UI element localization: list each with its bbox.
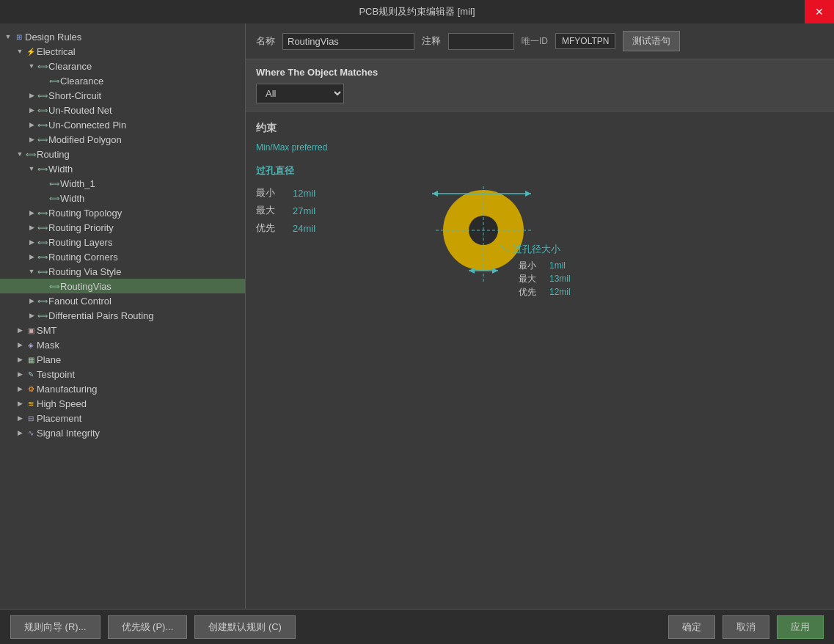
tree-item-differential-pairs[interactable]: ▶ ⟺ Differential Pairs Routing (0, 308, 245, 323)
rule-icon-clearance-group: ⟺ (37, 60, 48, 72)
expand-plane[interactable]: ▶ (15, 354, 25, 365)
bottom-bar: 规则向导 (R)... 优先级 (P)... 创建默认规则 (C) 确定 取消 … (0, 609, 834, 644)
expand-clearance-group[interactable]: ▼ (26, 61, 37, 71)
title-bar: PCB规则及约束编辑器 [mil] ✕ (0, 0, 834, 23)
apply-button[interactable]: 应用 (777, 615, 824, 639)
hole-preferred-value: 12mil (549, 287, 571, 296)
expand-un-connected-pin[interactable]: ▶ (26, 120, 37, 130)
constraint-title: 约束 (256, 122, 824, 135)
tree-item-width[interactable]: ▶ ⟺ Width (0, 191, 245, 205)
expand-short-circuit[interactable]: ▶ (26, 90, 37, 100)
rule-icon-clearance-item: ⟺ (48, 75, 60, 87)
hole-preferred-label: 优先 (519, 287, 536, 296)
expand-routing-corners[interactable]: ▶ (26, 252, 37, 262)
expand-design-rules[interactable]: ▼ (3, 32, 13, 42)
tree-item-routing[interactable]: ▼ ⟺ Routing (0, 147, 245, 161)
tree-item-routing-via-style[interactable]: ▼ ⟺ Routing Via Style (0, 264, 245, 279)
expand-un-routed-net[interactable]: ▶ (26, 105, 37, 115)
main-container: ▼ ⊞ Design Rules ▼ ⚡ Electrical ▼ ⟺ Clea… (0, 23, 834, 609)
tree-item-modified-polygon[interactable]: ▶ ⟺ Modified Polygon (0, 132, 245, 147)
rule-icon-un-routed-net: ⟺ (37, 104, 48, 116)
rule-icon-routing-layers: ⟺ (37, 236, 48, 248)
rule-icon-testpoint: ✎ (25, 368, 37, 380)
tree-item-high-speed[interactable]: ▶ ≋ High Speed (0, 396, 245, 411)
preferred-label: Min/Max preferred (256, 142, 824, 153)
tree-item-clearance-group[interactable]: ▼ ⟺ Clearance (0, 59, 245, 73)
tree-item-electrical[interactable]: ▼ ⚡ Electrical (0, 44, 245, 59)
expand-differential-pairs[interactable]: ▶ (26, 310, 37, 321)
where-title: Where The Object Matches (256, 67, 824, 78)
rule-icon-width-1: ⟺ (48, 178, 60, 189)
via-diameter-max-row: 最大 27mil (256, 204, 373, 217)
expand-routing-via-style[interactable]: ▼ (26, 266, 37, 277)
cancel-button[interactable]: 取消 (723, 615, 769, 639)
via-diameter-min-value: 12mil (293, 188, 315, 199)
expand-width-group[interactable]: ▼ (26, 164, 37, 174)
comment-input[interactable] (448, 33, 514, 50)
expand-manufacturing[interactable]: ▶ (15, 384, 25, 394)
tree-item-width-group[interactable]: ▼ ⟺ Width (0, 161, 245, 176)
expand-high-speed[interactable]: ▶ (15, 398, 25, 409)
diameter-arrow-left (432, 191, 438, 197)
tree-item-routing-vias[interactable]: ▶ ⟺ RoutingVias (0, 279, 245, 293)
rule-icon-routing-vias: ⟺ (48, 280, 60, 292)
window-title: PCB规则及约束编辑器 [mil] (359, 5, 475, 18)
expand-testpoint[interactable]: ▶ (15, 369, 25, 379)
tree-item-routing-layers[interactable]: ▶ ⟺ Routing Layers (0, 235, 245, 249)
tree-item-routing-topology[interactable]: ▶ ⟺ Routing Topology (0, 205, 245, 220)
max-label-1: 最大 (256, 204, 285, 217)
where-dropdown[interactable]: All (256, 84, 344, 103)
expand-routing-priority[interactable]: ▶ (26, 222, 37, 233)
expand-routing-topology[interactable]: ▶ (26, 208, 37, 218)
test-button[interactable]: 测试语句 (623, 31, 680, 51)
where-section: Where The Object Matches All (246, 59, 834, 111)
expand-mask[interactable]: ▶ (15, 340, 25, 350)
rule-icon-fanout-control: ⟺ (37, 295, 48, 307)
tree-item-mask[interactable]: ▶ ◈ Mask (0, 337, 245, 352)
create-default-button[interactable]: 创建默认规则 (C) (194, 615, 296, 639)
tree-item-routing-priority[interactable]: ▶ ⟺ Routing Priority (0, 220, 245, 235)
tree-item-signal-integrity[interactable]: ▶ ∿ Signal Integrity (0, 425, 245, 440)
hole-max-label: 最大 (519, 274, 536, 284)
expand-routing[interactable]: ▼ (15, 149, 25, 159)
expand-smt[interactable]: ▶ (15, 325, 25, 335)
tree-item-un-connected-pin[interactable]: ▶ ⟺ Un-Connected Pin (0, 117, 245, 132)
rule-icon-plane: ▦ (25, 354, 37, 365)
unique-id-label: 唯一ID (522, 35, 548, 48)
bolt-icon: ⚡ (25, 45, 37, 57)
tree-item-smt[interactable]: ▶ ▣ SMT (0, 323, 245, 337)
rule-icon-manufacturing: ⚙ (25, 383, 37, 395)
grid-icon: ⊞ (13, 31, 25, 43)
expand-placement[interactable]: ▶ (15, 413, 25, 423)
expand-modified-polygon[interactable]: ▶ (26, 134, 37, 144)
tree-item-placement[interactable]: ▶ ⊟ Placement (0, 411, 245, 425)
tree-item-plane[interactable]: ▶ ▦ Plane (0, 352, 245, 367)
tree-item-fanout-control[interactable]: ▶ ⟺ Fanout Control (0, 293, 245, 308)
rules-wizard-button[interactable]: 规则向导 (R)... (10, 615, 100, 639)
diameter-arrow-right (525, 191, 531, 197)
rule-icon-mask: ◈ (25, 339, 37, 351)
tree-item-un-routed-net[interactable]: ▶ ⟺ Un-Routed Net (0, 103, 245, 117)
priority-button[interactable]: 优先级 (P)... (108, 615, 188, 639)
rule-icon-un-connected-pin: ⟺ (37, 119, 48, 131)
hole-max-value: 13mil (549, 274, 571, 284)
tree-item-clearance-item[interactable]: ▶ ⟺ Clearance (0, 73, 245, 88)
expand-electrical[interactable]: ▼ (15, 46, 25, 56)
right-panel: 名称 注释 唯一ID MFYOLTPN 测试语句 Where The Objec… (246, 23, 834, 609)
ok-button[interactable]: 确定 (668, 615, 715, 639)
close-button[interactable]: ✕ (805, 0, 834, 23)
tree-item-width-1[interactable]: ▶ ⟺ Width_1 (0, 176, 245, 191)
rule-icon-differential-pairs: ⟺ (37, 310, 48, 321)
rule-icon-routing-corners: ⟺ (37, 251, 48, 263)
tree-item-testpoint[interactable]: ▶ ✎ Testpoint (0, 367, 245, 381)
unique-id-value: MFYOLTPN (555, 33, 615, 49)
tree-item-short-circuit[interactable]: ▶ ⟺ Short-Circuit (0, 88, 245, 103)
tree-item-manufacturing[interactable]: ▶ ⚙ Manufacturing (0, 381, 245, 396)
name-input[interactable] (282, 33, 414, 50)
expand-signal-integrity[interactable]: ▶ (15, 428, 25, 438)
expand-routing-layers[interactable]: ▶ (26, 237, 37, 247)
expand-fanout-control[interactable]: ▶ (26, 296, 37, 306)
tree-item-routing-corners[interactable]: ▶ ⟺ Routing Corners (0, 249, 245, 264)
tree-item-design-rules[interactable]: ▼ ⊞ Design Rules (0, 29, 245, 44)
rule-icon-short-circuit: ⟺ (37, 89, 48, 101)
